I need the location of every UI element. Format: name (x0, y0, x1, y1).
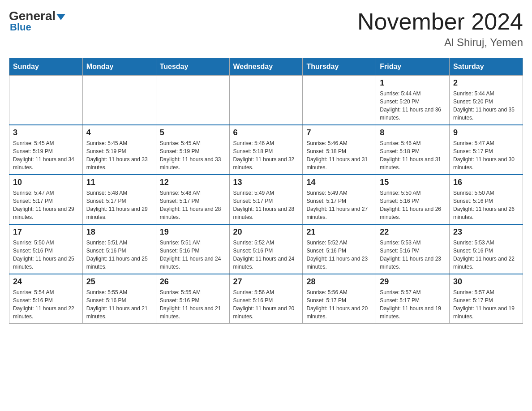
day-number: 22 (380, 227, 446, 237)
day-number: 29 (380, 277, 446, 287)
day-info: Sunrise: 5:45 AM Sunset: 5:19 PM Dayligh… (86, 139, 152, 171)
day-info: Sunrise: 5:49 AM Sunset: 5:17 PM Dayligh… (306, 189, 372, 221)
logo-blue-text: Blue (10, 21, 31, 33)
day-cell: 14Sunrise: 5:49 AM Sunset: 5:17 PM Dayli… (303, 175, 376, 224)
day-info: Sunrise: 5:56 AM Sunset: 5:16 PM Dayligh… (233, 288, 299, 321)
day-info: Sunrise: 5:47 AM Sunset: 5:17 PM Dayligh… (13, 189, 79, 221)
page-header: General Blue November 2024 Al Shiruj, Ye… (9, 9, 523, 49)
day-cell: 19Sunrise: 5:51 AM Sunset: 5:16 PM Dayli… (156, 224, 229, 274)
day-info: Sunrise: 5:47 AM Sunset: 5:17 PM Dayligh… (453, 139, 519, 171)
day-info: Sunrise: 5:53 AM Sunset: 5:16 PM Dayligh… (380, 239, 446, 271)
day-cell: 15Sunrise: 5:50 AM Sunset: 5:16 PM Dayli… (376, 175, 450, 224)
calendar-title: November 2024 (357, 9, 523, 34)
day-cell: 1Sunrise: 5:44 AM Sunset: 5:20 PM Daylig… (376, 76, 450, 125)
day-info: Sunrise: 5:50 AM Sunset: 5:16 PM Dayligh… (453, 189, 519, 221)
week-row-4: 17Sunrise: 5:50 AM Sunset: 5:16 PM Dayli… (9, 224, 523, 274)
day-info: Sunrise: 5:50 AM Sunset: 5:16 PM Dayligh… (13, 239, 79, 271)
day-info: Sunrise: 5:51 AM Sunset: 5:16 PM Dayligh… (86, 239, 152, 271)
day-number: 11 (86, 178, 152, 187)
day-cell: 9Sunrise: 5:47 AM Sunset: 5:17 PM Daylig… (450, 125, 523, 175)
header-row: SundayMondayTuesdayWednesdayThursdayFrid… (9, 58, 523, 76)
title-area: November 2024 Al Shiruj, Yemen (357, 9, 523, 49)
day-cell: 26Sunrise: 5:55 AM Sunset: 5:16 PM Dayli… (156, 274, 229, 324)
day-number: 26 (160, 277, 226, 287)
day-number: 14 (306, 178, 372, 187)
calendar-table: SundayMondayTuesdayWednesdayThursdayFrid… (9, 58, 523, 324)
day-header-thursday: Thursday (303, 58, 376, 76)
day-number: 5 (160, 128, 226, 137)
day-number: 18 (86, 227, 152, 237)
day-number: 25 (86, 277, 152, 287)
day-info: Sunrise: 5:54 AM Sunset: 5:16 PM Dayligh… (13, 288, 79, 321)
day-number: 10 (13, 178, 79, 187)
day-number: 1 (380, 78, 446, 88)
day-info: Sunrise: 5:52 AM Sunset: 5:16 PM Dayligh… (306, 239, 372, 271)
day-info: Sunrise: 5:50 AM Sunset: 5:16 PM Dayligh… (380, 189, 446, 221)
day-info: Sunrise: 5:55 AM Sunset: 5:16 PM Dayligh… (86, 288, 152, 321)
day-cell (229, 76, 303, 125)
day-number: 2 (453, 78, 519, 88)
day-cell: 21Sunrise: 5:52 AM Sunset: 5:16 PM Dayli… (303, 224, 376, 274)
day-number: 27 (233, 277, 299, 287)
day-cell (303, 76, 376, 125)
week-row-2: 3Sunrise: 5:45 AM Sunset: 5:19 PM Daylig… (9, 125, 523, 175)
day-number: 8 (380, 128, 446, 137)
day-number: 13 (233, 178, 299, 187)
day-number: 21 (306, 227, 372, 237)
day-cell (156, 76, 229, 125)
calendar-subtitle: Al Shiruj, Yemen (357, 36, 523, 49)
day-cell: 29Sunrise: 5:57 AM Sunset: 5:17 PM Dayli… (376, 274, 450, 324)
day-number: 12 (160, 178, 226, 187)
week-row-3: 10Sunrise: 5:47 AM Sunset: 5:17 PM Dayli… (9, 175, 523, 224)
day-cell: 13Sunrise: 5:49 AM Sunset: 5:17 PM Dayli… (229, 175, 303, 224)
day-cell: 12Sunrise: 5:48 AM Sunset: 5:17 PM Dayli… (156, 175, 229, 224)
day-cell: 16Sunrise: 5:50 AM Sunset: 5:16 PM Dayli… (450, 175, 523, 224)
day-cell: 23Sunrise: 5:53 AM Sunset: 5:16 PM Dayli… (450, 224, 523, 274)
day-info: Sunrise: 5:48 AM Sunset: 5:17 PM Dayligh… (86, 189, 152, 221)
day-cell: 11Sunrise: 5:48 AM Sunset: 5:17 PM Dayli… (82, 175, 156, 224)
day-cell: 18Sunrise: 5:51 AM Sunset: 5:16 PM Dayli… (82, 224, 156, 274)
day-number: 3 (13, 128, 79, 137)
day-number: 4 (86, 128, 152, 137)
day-info: Sunrise: 5:51 AM Sunset: 5:16 PM Dayligh… (160, 239, 226, 271)
day-info: Sunrise: 5:55 AM Sunset: 5:16 PM Dayligh… (160, 288, 226, 321)
day-header-saturday: Saturday (450, 58, 523, 76)
day-cell: 20Sunrise: 5:52 AM Sunset: 5:16 PM Dayli… (229, 224, 303, 274)
day-info: Sunrise: 5:45 AM Sunset: 5:19 PM Dayligh… (160, 139, 226, 171)
day-info: Sunrise: 5:57 AM Sunset: 5:17 PM Dayligh… (380, 288, 446, 321)
day-cell: 30Sunrise: 5:57 AM Sunset: 5:17 PM Dayli… (450, 274, 523, 324)
day-number: 23 (453, 227, 519, 237)
logo: General Blue (9, 9, 65, 33)
day-info: Sunrise: 5:44 AM Sunset: 5:20 PM Dayligh… (380, 90, 446, 122)
day-info: Sunrise: 5:46 AM Sunset: 5:18 PM Dayligh… (233, 139, 299, 171)
day-number: 24 (13, 277, 79, 287)
day-info: Sunrise: 5:56 AM Sunset: 5:17 PM Dayligh… (306, 288, 372, 321)
day-header-tuesday: Tuesday (156, 58, 229, 76)
day-cell: 17Sunrise: 5:50 AM Sunset: 5:16 PM Dayli… (9, 224, 83, 274)
day-cell: 25Sunrise: 5:55 AM Sunset: 5:16 PM Dayli… (82, 274, 156, 324)
day-cell: 24Sunrise: 5:54 AM Sunset: 5:16 PM Dayli… (9, 274, 83, 324)
day-number: 6 (233, 128, 299, 137)
day-cell: 22Sunrise: 5:53 AM Sunset: 5:16 PM Dayli… (376, 224, 450, 274)
day-cell: 2Sunrise: 5:44 AM Sunset: 5:20 PM Daylig… (450, 76, 523, 125)
day-info: Sunrise: 5:52 AM Sunset: 5:16 PM Dayligh… (233, 239, 299, 271)
day-cell: 7Sunrise: 5:46 AM Sunset: 5:18 PM Daylig… (303, 125, 376, 175)
day-header-sunday: Sunday (9, 58, 83, 76)
day-number: 28 (306, 277, 372, 287)
day-cell: 10Sunrise: 5:47 AM Sunset: 5:17 PM Dayli… (9, 175, 83, 224)
day-number: 7 (306, 128, 372, 137)
day-info: Sunrise: 5:44 AM Sunset: 5:20 PM Dayligh… (453, 90, 519, 122)
logo-triangle-icon (56, 14, 65, 20)
day-cell: 27Sunrise: 5:56 AM Sunset: 5:16 PM Dayli… (229, 274, 303, 324)
day-header-friday: Friday (376, 58, 450, 76)
week-row-1: 1Sunrise: 5:44 AM Sunset: 5:20 PM Daylig… (9, 76, 523, 125)
day-number: 16 (453, 178, 519, 187)
day-cell (9, 76, 83, 125)
day-cell: 5Sunrise: 5:45 AM Sunset: 5:19 PM Daylig… (156, 125, 229, 175)
day-number: 20 (233, 227, 299, 237)
day-cell (82, 76, 156, 125)
day-cell: 4Sunrise: 5:45 AM Sunset: 5:19 PM Daylig… (82, 125, 156, 175)
day-number: 9 (453, 128, 519, 137)
day-number: 19 (160, 227, 226, 237)
week-row-5: 24Sunrise: 5:54 AM Sunset: 5:16 PM Dayli… (9, 274, 523, 324)
